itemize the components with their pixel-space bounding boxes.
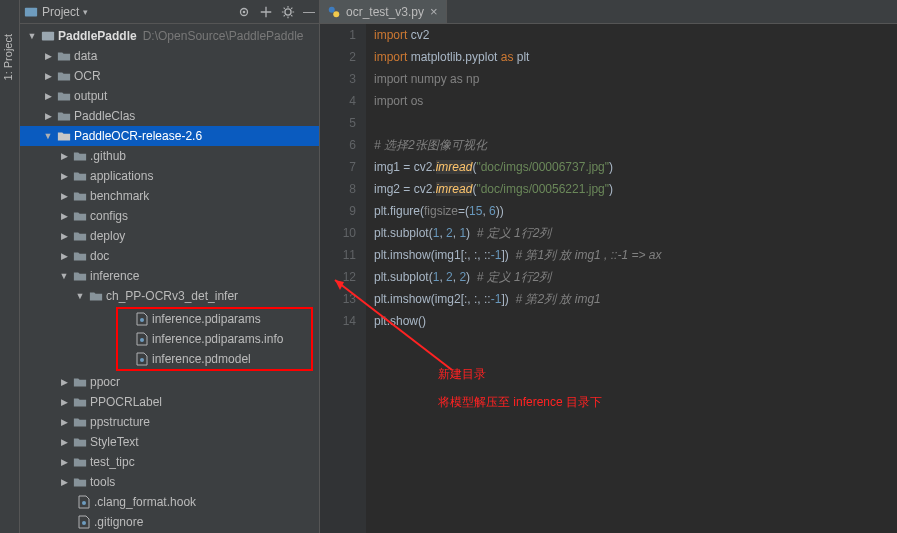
node-label: .gitignore — [94, 515, 143, 529]
tree-node[interactable]: PaddleClas — [20, 106, 319, 126]
panel-title: Project — [42, 5, 79, 19]
line-number: 6 — [320, 134, 356, 156]
expand-arrow-icon[interactable] — [58, 230, 70, 242]
file-icon — [135, 332, 149, 346]
expand-arrow-icon[interactable] — [58, 456, 70, 468]
tree-node-paddleocr[interactable]: PaddleOCR-release-2.6 — [20, 126, 319, 146]
node-label: .github — [90, 149, 126, 163]
folder-icon — [73, 395, 87, 409]
folder-icon — [73, 375, 87, 389]
tree-node[interactable]: doc — [20, 246, 319, 266]
editor-tab[interactable]: ocr_test_v3.py × — [320, 0, 447, 23]
expand-arrow-icon[interactable] — [58, 270, 70, 282]
node-label: inference.pdiparams — [152, 312, 261, 326]
tree-node[interactable]: .github — [20, 146, 319, 166]
tree-file[interactable]: .gitignore — [20, 512, 319, 532]
folder-icon — [57, 129, 71, 143]
tree-node[interactable]: ppocr — [20, 372, 319, 392]
tree-file[interactable]: .clang_format.hook — [20, 492, 319, 512]
folder-icon — [57, 69, 71, 83]
panel-title-group[interactable]: Project ▾ — [24, 5, 237, 19]
line-number: 10 — [320, 222, 356, 244]
tree-node[interactable]: output — [20, 86, 319, 106]
expand-arrow-icon[interactable] — [58, 150, 70, 162]
tab-title: ocr_test_v3.py — [346, 5, 424, 19]
tree-node[interactable]: test_tipc — [20, 452, 319, 472]
line-number: 9 — [320, 200, 356, 222]
tree-node[interactable]: ppstructure — [20, 412, 319, 432]
svg-rect-4 — [42, 32, 54, 41]
tree-file[interactable]: inference.pdiparams.info — [118, 329, 311, 349]
project-tree: PaddlePaddle D:\OpenSource\PaddlePaddle … — [20, 24, 319, 533]
node-label: OCR — [74, 69, 101, 83]
expand-arrow-icon[interactable] — [58, 210, 70, 222]
line-number: 2 — [320, 46, 356, 68]
node-label: output — [74, 89, 107, 103]
line-number: 3 — [320, 68, 356, 90]
tree-file[interactable]: inference.pdiparams — [118, 309, 311, 329]
code-content[interactable]: import cv2 import matplotlib.pyplot as p… — [366, 24, 897, 533]
expand-arrow-icon[interactable] — [74, 290, 86, 302]
close-icon[interactable]: × — [430, 4, 438, 19]
collapse-icon[interactable] — [259, 5, 273, 19]
tree-node[interactable]: OCR — [20, 66, 319, 86]
tree-node[interactable]: deploy — [20, 226, 319, 246]
svg-point-7 — [140, 358, 144, 362]
expand-arrow-icon[interactable] — [58, 170, 70, 182]
node-label: ppocr — [90, 375, 120, 389]
svg-point-10 — [329, 6, 335, 12]
expand-arrow-icon[interactable] — [58, 476, 70, 488]
node-label: tools — [90, 475, 115, 489]
folder-icon — [89, 289, 103, 303]
tree-node-inference[interactable]: inference — [20, 266, 319, 286]
folder-icon — [73, 229, 87, 243]
expand-arrow-icon[interactable] — [58, 396, 70, 408]
line-number: 12 — [320, 266, 356, 288]
spacer — [120, 333, 132, 345]
file-icon — [135, 312, 149, 326]
tree-file[interactable]: inference.pdmodel — [118, 349, 311, 369]
annotation-line-1: 新建目录 — [438, 360, 602, 388]
node-label: data — [74, 49, 97, 63]
tree-node[interactable]: benchmark — [20, 186, 319, 206]
tree-node[interactable]: data — [20, 46, 319, 66]
tree-node[interactable]: applications — [20, 166, 319, 186]
tree-node[interactable]: PPOCRLabel — [20, 392, 319, 412]
svg-point-8 — [82, 501, 86, 505]
svg-point-9 — [82, 521, 86, 525]
tree-node[interactable]: StyleText — [20, 432, 319, 452]
expand-arrow-icon[interactable] — [42, 70, 54, 82]
tree-node[interactable]: tools — [20, 472, 319, 492]
expand-arrow-icon[interactable] — [42, 50, 54, 62]
expand-arrow-icon[interactable] — [58, 436, 70, 448]
root-label: PaddlePaddle — [58, 29, 137, 43]
expand-arrow-icon[interactable] — [42, 90, 54, 102]
node-label: ch_PP-OCRv3_det_infer — [106, 289, 238, 303]
node-label: inference.pdmodel — [152, 352, 251, 366]
line-number: 7 — [320, 156, 356, 178]
tree-node[interactable]: configs — [20, 206, 319, 226]
tree-node-infsub[interactable]: ch_PP-OCRv3_det_infer — [20, 286, 319, 306]
folder-icon — [57, 89, 71, 103]
tree-root[interactable]: PaddlePaddle D:\OpenSource\PaddlePaddle — [20, 26, 319, 46]
expand-arrow-icon[interactable] — [42, 110, 54, 122]
expand-arrow-icon[interactable] — [26, 30, 38, 42]
folder-icon — [57, 49, 71, 63]
expand-arrow-icon[interactable] — [58, 250, 70, 262]
project-side-tab[interactable]: 1: Project — [0, 0, 20, 533]
hide-icon[interactable]: — — [303, 5, 315, 19]
line-gutter: 1234567891011121314 — [320, 24, 366, 533]
expand-arrow-icon[interactable] — [58, 376, 70, 388]
project-panel: Project ▾ — PaddlePaddle D:\OpenSource\P… — [20, 0, 320, 533]
expand-arrow-icon[interactable] — [58, 190, 70, 202]
line-number: 11 — [320, 244, 356, 266]
expand-arrow-icon[interactable] — [58, 416, 70, 428]
chevron-down-icon: ▾ — [83, 7, 88, 17]
expand-arrow-icon[interactable] — [42, 130, 54, 142]
locate-icon[interactable] — [237, 5, 251, 19]
line-number: 5 — [320, 112, 356, 134]
svg-rect-0 — [25, 7, 37, 16]
file-icon — [77, 495, 91, 509]
gear-icon[interactable] — [281, 5, 295, 19]
folder-icon — [73, 249, 87, 263]
